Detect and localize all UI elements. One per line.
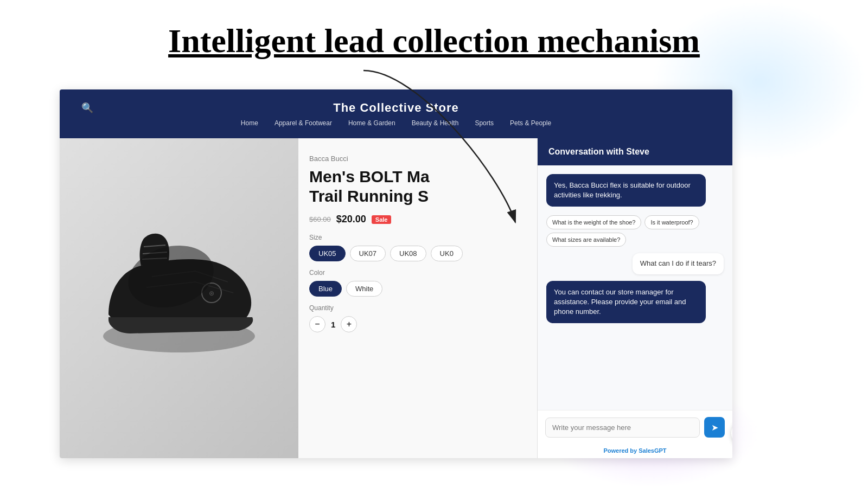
store-website: 🔍 The Collective Store Home Apparel & Fo…	[60, 89, 732, 458]
nav-link-home[interactable]: Home	[241, 119, 258, 127]
chat-panel: Conversation with Steve Yes, Bacca Bucci…	[537, 138, 732, 458]
product-image-area: ⊛	[60, 138, 298, 458]
price-new: $20.00	[336, 214, 366, 225]
shoe-image: ⊛	[87, 228, 271, 369]
chat-input[interactable]	[545, 418, 700, 438]
qty-increase-button[interactable]: +	[341, 316, 357, 332]
size-btn-uk08[interactable]: UK08	[390, 246, 426, 261]
nav-link-home-garden[interactable]: Home & Garden	[348, 119, 395, 127]
navbar-top: 🔍 The Collective Store	[76, 101, 716, 115]
chat-bubble-user-1: What can I do if it tears?	[633, 253, 724, 274]
svg-text:⊛: ⊛	[209, 290, 214, 297]
quick-reply-sizes[interactable]: What sizes are available?	[546, 233, 626, 247]
size-btn-uk07[interactable]: UK07	[350, 246, 386, 261]
qty-decrease-button[interactable]: −	[309, 316, 326, 332]
chat-header: Conversation with Steve	[538, 138, 732, 165]
page-title: Intelligent lead collection mechanism	[168, 22, 700, 60]
quick-reply-waterproof[interactable]: Is it waterproof?	[644, 215, 699, 229]
chat-messages: Yes, Bacca Bucci flex is suitable for ou…	[538, 165, 732, 410]
send-icon: ➤	[711, 422, 718, 433]
powered-by-label: Powered by	[603, 447, 639, 454]
chat-input-row: ➤	[538, 410, 732, 444]
nav-link-sports[interactable]: Sports	[475, 119, 494, 127]
size-btn-uk0[interactable]: UK0	[431, 246, 463, 261]
product-area: ⊛ Bacca Bucci Men's BOLT MaTrail Running…	[60, 138, 732, 458]
color-btn-white[interactable]: White	[346, 281, 382, 297]
search-icon[interactable]: 🔍	[81, 102, 93, 114]
store-title: The Collective Store	[333, 101, 459, 115]
nav-link-beauty[interactable]: Beauty & Health	[412, 119, 459, 127]
send-button[interactable]: ➤	[704, 417, 725, 438]
quick-reply-weight[interactable]: What is the weight of the shoe?	[546, 215, 641, 229]
screenshot-container: 🔍 The Collective Store Home Apparel & Fo…	[60, 89, 732, 458]
nav-links: Home Apparel & Footwear Home & Garden Be…	[241, 119, 551, 127]
bot-message-1-text: Yes, Bacca Bucci flex is suitable for ou…	[554, 181, 691, 199]
sale-badge: Sale	[372, 215, 392, 224]
chat-bubble-bot-2: You can contact our store manager for as…	[546, 281, 706, 324]
color-btn-blue[interactable]: Blue	[309, 281, 342, 297]
qty-value: 1	[331, 320, 335, 329]
chat-bubble-bot-1: Yes, Bacca Bucci flex is suitable for ou…	[546, 174, 706, 207]
powered-by: Powered by SalesGPT	[538, 444, 732, 458]
price-old: $60.00	[309, 215, 331, 223]
store-navbar: 🔍 The Collective Store Home Apparel & Fo…	[60, 89, 732, 138]
nav-link-apparel[interactable]: Apparel & Footwear	[275, 119, 332, 127]
user-message-1-text: What can I do if it tears?	[640, 259, 716, 267]
quick-replies: What is the weight of the shoe? Is it wa…	[546, 215, 724, 247]
powered-by-brand: SalesGPT	[639, 447, 666, 454]
page-title-section: Intelligent lead collection mechanism	[0, 0, 868, 71]
bot-message-2-text: You can contact our store manager for as…	[554, 288, 686, 316]
size-btn-uk05[interactable]: UK05	[309, 246, 346, 261]
nav-link-pets[interactable]: Pets & People	[510, 119, 551, 127]
